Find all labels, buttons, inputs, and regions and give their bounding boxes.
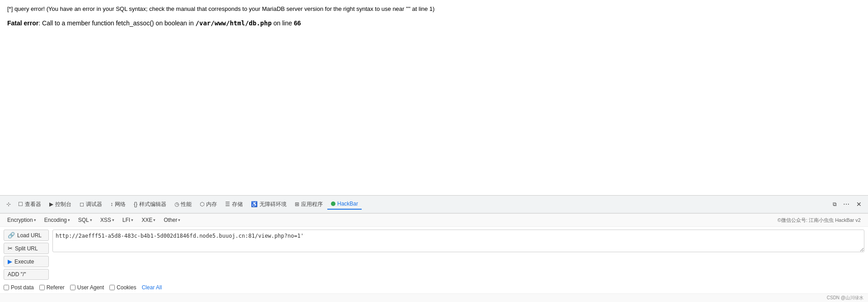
accessibility-icon: ♿	[251, 201, 258, 207]
main-content: [*] query error! (You have an error in y…	[0, 0, 868, 195]
memory-label: 内存	[206, 201, 217, 208]
close-icon[interactable]: ✕	[854, 199, 864, 210]
console-icon: ▶	[49, 201, 53, 207]
menu-xss[interactable]: XSS ▾	[97, 216, 118, 225]
hackbar-body: 🔗 Load URL ✂ Split URL ▶ Execute ADD "/"	[0, 227, 868, 283]
post-data-checkbox[interactable]	[4, 285, 9, 290]
encoding-dropdown-arrow: ▾	[68, 218, 70, 222]
tab-performance[interactable]: ◷ 性能	[171, 199, 195, 210]
tab-hackbar[interactable]: HackBar	[327, 199, 362, 210]
tab-debugger[interactable]: ◻ 调试器	[76, 199, 106, 210]
execute-label: Execute	[14, 259, 34, 265]
other-dropdown-arrow: ▾	[178, 218, 180, 222]
xss-dropdown-arrow: ▾	[112, 218, 114, 222]
hackbar-url-area	[52, 230, 864, 252]
xxe-label: XXE	[142, 217, 152, 223]
inspector-icon: ☐	[18, 201, 23, 207]
referer-checkbox[interactable]	[39, 285, 45, 290]
sql-dropdown-arrow: ▾	[90, 218, 92, 222]
hackbar-dot-icon	[331, 201, 335, 206]
cookies-label: Cookies	[117, 284, 136, 291]
user-agent-checkbox-item[interactable]: User Agent	[70, 284, 104, 291]
tab-style-editor[interactable]: {} 样式编辑器	[130, 199, 170, 210]
xxe-dropdown-arrow: ▾	[153, 218, 156, 222]
hackbar-footer: Post data Referer User Agent Cookies Cle…	[0, 283, 868, 293]
application-label: 应用程序	[301, 201, 323, 208]
storage-icon: ☰	[225, 201, 230, 207]
hackbar-panel: Encryption ▾ Encoding ▾ SQL ▾ XSS ▾ LFI …	[0, 213, 868, 293]
devtools-right-buttons: ⧉ ⋯ ✕	[830, 199, 864, 210]
referer-checkbox-item[interactable]: Referer	[39, 284, 65, 291]
menu-sql[interactable]: SQL ▾	[75, 216, 96, 225]
menu-other[interactable]: Other ▾	[160, 216, 184, 225]
load-url-button[interactable]: 🔗 Load URL	[4, 230, 49, 241]
dock-icon[interactable]: ⧉	[830, 199, 840, 209]
application-icon: ⊞	[295, 201, 299, 207]
split-url-button[interactable]: ✂ Split URL	[4, 243, 49, 254]
lfi-label: LFI	[123, 217, 130, 223]
console-label: 控制台	[55, 201, 71, 208]
post-data-checkbox-item[interactable]: Post data	[4, 284, 34, 291]
user-agent-label: User Agent	[77, 284, 104, 291]
tab-storage[interactable]: ☰ 存储	[222, 199, 246, 210]
add-label: ADD "/"	[8, 271, 26, 278]
inspector-label: 查看器	[25, 201, 41, 208]
load-url-icon: 🔗	[8, 232, 15, 239]
menu-lfi[interactable]: LFI ▾	[119, 216, 137, 225]
devtools-toolbar: ⊹ ☐ 查看器 ▶ 控制台 ◻ 调试器 ↕ 网络 {} 样式编辑器 ◷ 性能 ⬡…	[0, 195, 868, 213]
encoding-label: Encoding	[44, 217, 67, 223]
user-agent-checkbox[interactable]	[70, 285, 75, 290]
error-filepath: /var/www/html/db.php	[195, 19, 272, 27]
performance-label: 性能	[181, 201, 192, 208]
menu-encryption[interactable]: Encryption ▾	[4, 216, 40, 225]
url-input[interactable]	[52, 230, 864, 252]
inspector-pick-icon[interactable]: ⊹	[4, 199, 14, 209]
menu-encoding[interactable]: Encoding ▾	[41, 216, 74, 225]
post-data-label: Post data	[11, 284, 34, 291]
debugger-label: 调试器	[86, 201, 102, 208]
error-middle-text: : Call to a member function fetch_assoc(…	[38, 19, 195, 27]
sql-label: SQL	[78, 217, 89, 223]
tab-application[interactable]: ⊞ 应用程序	[291, 199, 326, 210]
add-button[interactable]: ADD "/"	[4, 269, 49, 280]
network-icon: ↕	[110, 201, 113, 207]
style-editor-label: 样式编辑器	[139, 201, 166, 208]
performance-icon: ◷	[175, 201, 179, 207]
error-line1: [*] query error! (You have an error in y…	[7, 5, 861, 12]
menu-xxe[interactable]: XXE ▾	[138, 216, 159, 225]
error-line2: Fatal error: Call to a member function f…	[7, 19, 861, 27]
hackbar-tab-label: HackBar	[337, 201, 358, 207]
style-editor-icon: {}	[134, 201, 137, 207]
hackbar-menu-bar: Encryption ▾ Encoding ▾ SQL ▾ XSS ▾ LFI …	[0, 214, 868, 227]
load-url-label: Load URL	[17, 232, 42, 239]
debugger-icon: ◻	[80, 201, 84, 207]
execute-icon: ▶	[8, 258, 12, 265]
lfi-dropdown-arrow: ▾	[131, 218, 133, 222]
tab-memory[interactable]: ⬡ 内存	[196, 199, 221, 210]
tab-accessibility[interactable]: ♿ 无障碍环境	[247, 199, 290, 210]
other-label: Other	[164, 217, 177, 223]
bottom-brand-text: CSDN @山川绿水	[827, 295, 863, 301]
xss-label: XSS	[100, 217, 111, 223]
tab-console[interactable]: ▶ 控制台	[46, 199, 75, 210]
referer-label: Referer	[47, 284, 65, 291]
clear-all-button[interactable]: Clear All	[142, 284, 162, 291]
cookies-checkbox[interactable]	[109, 285, 115, 290]
hackbar-brand: ©微信公众号: 江南小虫虫 HackBar v2	[778, 217, 861, 224]
network-label: 网络	[115, 201, 126, 208]
split-url-icon: ✂	[8, 245, 13, 252]
split-url-label: Split URL	[15, 245, 38, 252]
error-fatal-label: Fatal error	[7, 19, 38, 27]
storage-label: 存储	[232, 201, 243, 208]
tab-inspector[interactable]: ☐ 查看器	[14, 199, 45, 210]
tab-network[interactable]: ↕ 网络	[107, 199, 129, 210]
cookies-checkbox-item[interactable]: Cookies	[109, 284, 136, 291]
encryption-label: Encryption	[7, 217, 33, 223]
hackbar-left-buttons: 🔗 Load URL ✂ Split URL ▶ Execute ADD "/"	[4, 230, 49, 280]
error-online-text: on line	[272, 19, 294, 27]
bottom-bar: CSDN @山川绿水	[0, 293, 868, 302]
encryption-dropdown-arrow: ▾	[34, 218, 36, 222]
memory-icon: ⬡	[200, 201, 204, 207]
more-options-icon[interactable]: ⋯	[840, 199, 853, 210]
execute-button[interactable]: ▶ Execute	[4, 256, 49, 267]
